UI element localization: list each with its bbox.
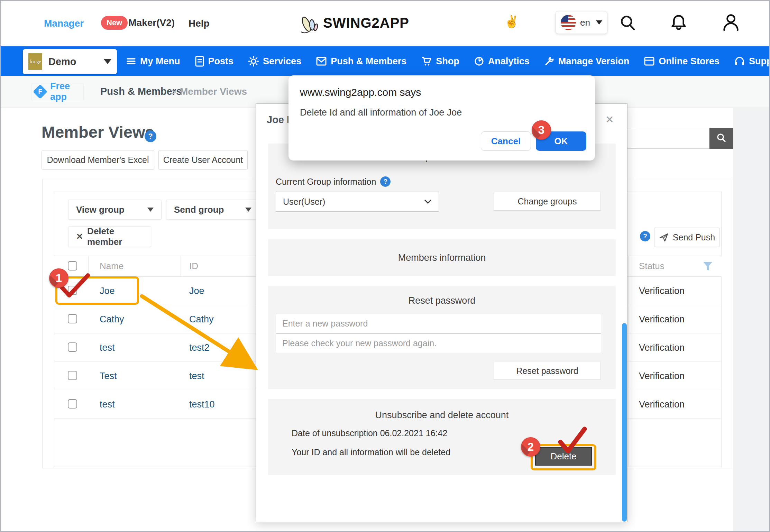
nav-label: Online Stores <box>659 56 719 67</box>
step3-badge: 3 <box>532 120 551 140</box>
delete-member-button[interactable]: ✕ Delete member <box>68 226 151 247</box>
member-name-link[interactable]: Cathy <box>100 314 124 325</box>
gear-icon <box>248 56 259 67</box>
nav-label: Posts <box>208 56 234 67</box>
search-icon <box>716 132 727 144</box>
group-select-value: User(User) <box>283 197 325 207</box>
row-checkbox[interactable] <box>68 314 77 323</box>
column-header-status[interactable]: Status <box>639 261 664 272</box>
members-info-panel: Members information <box>268 239 616 276</box>
bell-icon[interactable] <box>669 13 688 33</box>
nav-item-support[interactable]: Support <box>734 56 770 67</box>
nav-item-shop[interactable]: Shop <box>421 56 459 67</box>
free-app-icon: F <box>33 84 47 99</box>
current-group-label: Current Group information <box>276 177 376 187</box>
view-group-dropdown[interactable]: View group <box>68 200 162 220</box>
right-gutter <box>733 108 770 532</box>
search-icon[interactable] <box>618 14 638 33</box>
member-name-link[interactable]: Test <box>100 371 117 382</box>
us-flag-icon <box>561 15 576 30</box>
send-icon <box>659 232 669 242</box>
status-value: Verification <box>639 371 685 382</box>
breadcrumb-section[interactable]: Push & Members <box>100 86 182 97</box>
cancel-button[interactable]: Cancel <box>481 131 531 151</box>
row-checkbox[interactable] <box>68 399 77 409</box>
peace-hand-icon: ✌ <box>504 15 519 28</box>
step2-check-mark <box>557 425 588 455</box>
chevron-down-icon <box>596 20 602 25</box>
send-push-help-icon[interactable]: ? <box>640 231 650 241</box>
annotation-arrow <box>138 292 258 373</box>
nav-label: Support <box>749 56 770 67</box>
maker-label: Maker(V2) <box>128 17 175 28</box>
column-header-id[interactable]: ID <box>189 261 198 272</box>
account-icon[interactable] <box>721 12 741 33</box>
row-checkbox[interactable] <box>68 342 77 352</box>
screenshot-root: Manager New Maker(V2) Help SWING2APP ✌ e… <box>0 0 770 532</box>
envelope-icon <box>316 56 327 66</box>
nav-item-analytics[interactable]: Analytics <box>474 56 530 67</box>
row-checkbox[interactable] <box>68 371 77 380</box>
pie-chart-icon <box>474 56 484 66</box>
status-value: Verification <box>639 342 685 353</box>
manager-link[interactable]: Manager <box>44 18 84 29</box>
plan-badge: F Free app <box>31 83 84 100</box>
group-help-icon[interactable]: ? <box>380 176 391 187</box>
send-push-label: Send Push <box>673 232 715 242</box>
nav-label: Push & Members <box>331 56 406 67</box>
new-password-input[interactable] <box>276 314 601 333</box>
alert-message: Delete Id and all information of Joe Joe <box>300 107 462 118</box>
change-groups-button[interactable]: Change groups <box>494 192 601 211</box>
page-title: Member Views <box>42 122 154 141</box>
maker-link[interactable]: New Maker(V2) <box>101 16 175 30</box>
unsubscription-date: Date of unsubscription 06.02.2021 16:42 <box>292 428 447 438</box>
delete-info-text: Your ID and all information will be dele… <box>292 447 450 457</box>
nav-item-posts[interactable]: Posts <box>195 56 234 67</box>
download-excel-button[interactable]: Download Member's Excel <box>42 150 154 169</box>
cart-icon <box>421 56 432 66</box>
nav-item-manage-version[interactable]: Manage Version <box>544 56 630 67</box>
page-help-icon[interactable]: ? <box>145 130 156 142</box>
status-value: Verification <box>639 314 685 325</box>
group-select[interactable]: User(User) <box>276 192 439 212</box>
nav-item-push-members[interactable]: Push & Members <box>316 56 406 67</box>
document-icon <box>195 56 204 67</box>
nav-item-online-stores[interactable]: Online Stores <box>644 56 719 67</box>
modal-scrollbar[interactable] <box>622 323 627 522</box>
close-icon[interactable]: ✕ <box>605 113 614 126</box>
nav-label: Manage Version <box>558 56 630 67</box>
send-group-dropdown[interactable]: Send group <box>166 200 259 220</box>
nav-label: Analytics <box>488 56 530 67</box>
reset-password-panel: Reset password Reset password <box>268 286 616 389</box>
member-name-link[interactable]: test <box>100 399 115 410</box>
swing2app-logo[interactable]: SWING2APP <box>299 11 409 35</box>
member-search-button[interactable] <box>709 128 733 149</box>
nav-item-services[interactable]: Services <box>248 56 301 67</box>
help-link[interactable]: Help <box>189 18 210 29</box>
app-name: Demo <box>48 56 76 67</box>
new-badge: New <box>101 16 128 30</box>
member-name-link[interactable]: test <box>100 342 115 353</box>
chevron-down-icon <box>147 208 154 212</box>
app-selector[interactable]: for ge Demo <box>23 49 117 74</box>
create-user-account-button[interactable]: Create User Account <box>158 150 248 169</box>
language-selector[interactable]: en <box>556 11 607 34</box>
logo-text: SWING2APP <box>323 15 409 31</box>
language-code: en <box>580 17 590 28</box>
browser-alert-dialog: www.swing2app.com says Delete Id and all… <box>288 75 595 160</box>
plan-label: Free app <box>50 81 80 102</box>
nav-item-my-menu[interactable]: My Menu <box>126 56 180 67</box>
reset-password-button[interactable]: Reset password <box>494 362 601 380</box>
logo-petals-icon <box>299 11 321 35</box>
chevron-down-icon <box>424 199 432 204</box>
column-header-name[interactable]: Name <box>100 261 123 272</box>
alert-title: www.swing2app.com says <box>300 86 421 98</box>
step2-badge: 2 <box>521 437 540 457</box>
send-push-button[interactable]: Send Push <box>654 228 720 247</box>
filter-funnel-icon[interactable] <box>703 262 713 270</box>
select-all-checkbox[interactable] <box>68 261 77 270</box>
member-id-link[interactable]: test10 <box>189 399 215 410</box>
confirm-password-input[interactable] <box>276 333 601 353</box>
hamburger-icon <box>126 56 136 66</box>
app-thumbnail: for ge <box>28 53 42 70</box>
